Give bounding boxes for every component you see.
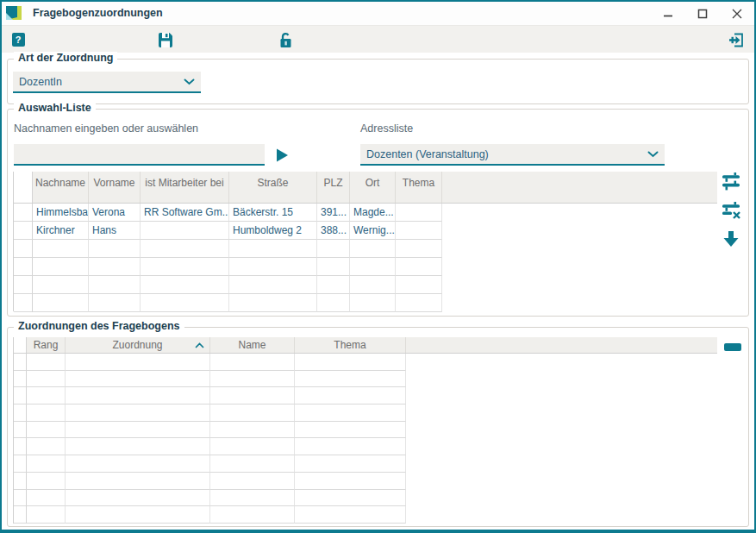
header-filler [442, 172, 717, 203]
cell-strasse[interactable]: Bäckerstr. 15 [229, 204, 317, 222]
app-logo-icon [6, 6, 22, 20]
help-button[interactable]: ? [9, 30, 28, 49]
cell-mitarbeiter[interactable]: RR Software Gm... [141, 204, 229, 222]
table-row-empty[interactable] [14, 422, 717, 439]
cell-ort[interactable]: Wernig... [350, 222, 396, 240]
help-icon: ? [12, 33, 25, 47]
group-caption: Zuordnungen des Fragebogens [14, 320, 184, 332]
sort-ascending-icon [195, 342, 204, 348]
cell-ort[interactable]: Magde... [350, 204, 396, 222]
exit-icon [728, 32, 745, 48]
column-header-mitarbeiter[interactable]: ist Mitarbeiter bei [141, 172, 229, 203]
table-row-empty[interactable] [14, 490, 717, 507]
cell-nachname[interactable]: Himmelsbach [33, 204, 89, 222]
adressliste-select[interactable]: Dozenten (Veranstaltung) [360, 144, 665, 166]
cell-thema[interactable] [396, 204, 442, 222]
title-bar: Fragebogenzuordnungen [2, 2, 754, 25]
column-header-name[interactable]: Name [210, 337, 295, 353]
move-down-button[interactable] [718, 228, 744, 250]
cell-vorname[interactable]: Hans [89, 222, 141, 240]
toolbar: ? [2, 25, 754, 53]
window-title: Fragebogenzuordnungen [33, 7, 163, 19]
cell-mitarbeiter[interactable] [141, 222, 229, 240]
zuordnung-type-value: DozentIn [19, 76, 62, 88]
group-caption: Auswahl-Liste [14, 102, 96, 114]
cell-vorname[interactable]: Verona [89, 204, 141, 222]
table-row-empty[interactable] [14, 354, 717, 371]
maximize-button[interactable] [693, 6, 712, 21]
remove-rows-icon [720, 202, 743, 220]
table-row-empty[interactable] [14, 506, 717, 524]
row-selector-header[interactable] [14, 172, 33, 203]
lock-open-icon [278, 31, 293, 48]
column-header-thema[interactable]: Thema [396, 172, 442, 203]
column-header-plz[interactable]: PLZ [317, 172, 350, 203]
header-filler [406, 337, 717, 353]
group-art-der-zuordnung: Art der Zuordnung DozentIn [7, 59, 749, 104]
selection-table: Nachname Vorname ist Mitarbeiter bei Str… [13, 172, 717, 311]
table-row[interactable]: Himmelsbach Verona RR Software Gm... Bäc… [14, 204, 717, 222]
assignments-table: Rang Zuordnung Name Thema [13, 337, 717, 524]
zuordnung-type-select[interactable]: DozentIn [13, 72, 201, 93]
apply-name-button[interactable] [269, 144, 295, 166]
remove-assignment-button[interactable] [720, 335, 746, 358]
column-header-ort[interactable]: Ort [350, 172, 396, 203]
column-header-nachname[interactable]: Nachname [33, 172, 89, 203]
save-icon [158, 32, 173, 48]
column-header-thema[interactable]: Thema [295, 337, 406, 353]
column-header-vorname[interactable]: Vorname [89, 172, 141, 203]
exit-button[interactable] [727, 30, 746, 49]
row-filler [442, 222, 717, 240]
table-row-empty[interactable] [14, 276, 717, 294]
group-caption: Art der Zuordnung [14, 52, 117, 64]
row-filler [442, 204, 717, 222]
add-rows-button[interactable] [718, 171, 744, 193]
table-row-empty[interactable] [14, 294, 717, 312]
column-header-strasse[interactable]: Straße [229, 172, 317, 203]
column-header-zuordnung[interactable]: Zuordnung [66, 337, 210, 353]
adressliste-value: Dozenten (Veranstaltung) [366, 148, 489, 160]
column-header-rang[interactable]: Rang [27, 337, 66, 353]
row-selector[interactable] [14, 222, 33, 240]
minimize-button[interactable] [659, 6, 678, 21]
table-row-empty[interactable] [14, 473, 717, 490]
table-row-empty[interactable] [14, 404, 717, 422]
group-auswahl-liste: Auswahl-Liste Nachnamen eingeben oder au… [7, 109, 749, 317]
table-row-empty[interactable] [14, 455, 717, 473]
table-row-empty[interactable] [14, 240, 717, 258]
selection-actions [718, 171, 744, 250]
row-selector-header[interactable] [14, 337, 27, 353]
table-row-empty[interactable] [14, 387, 717, 404]
selection-table-header: Nachname Vorname ist Mitarbeiter bei Str… [14, 172, 717, 204]
table-row-empty[interactable] [14, 438, 717, 455]
move-down-icon [722, 229, 740, 248]
table-row-empty[interactable] [14, 371, 717, 388]
name-input-label: Nachnamen eingeben oder auswählen [14, 122, 198, 135]
save-button[interactable] [156, 30, 175, 49]
assignments-table-header: Rang Zuordnung Name Thema [14, 337, 717, 354]
table-row-empty[interactable] [14, 258, 717, 276]
cell-plz[interactable]: 391... [317, 204, 350, 222]
cell-strasse[interactable]: Humboldweg 2 [229, 222, 317, 240]
row-selector[interactable] [14, 204, 33, 222]
cell-thema[interactable] [396, 222, 442, 240]
add-rows-icon [720, 172, 743, 192]
fragebogenzuordnungen-window: Fragebogenzuordnungen ? [0, 0, 756, 533]
chevron-down-icon [647, 151, 659, 158]
table-row[interactable]: Kirchner Hans Humboldweg 2 388... Wernig… [14, 222, 717, 240]
play-icon [276, 148, 289, 162]
unlock-button[interactable] [276, 30, 295, 49]
nachname-input[interactable] [14, 144, 265, 166]
group-zuordnungen: Zuordnungen des Fragebogens Rang Zuordnu… [7, 327, 749, 527]
chevron-down-icon [184, 78, 195, 85]
cell-plz[interactable]: 388... [317, 222, 350, 240]
close-button[interactable] [728, 6, 747, 21]
minus-icon [723, 342, 742, 352]
cell-nachname[interactable]: Kirchner [33, 222, 89, 240]
remove-rows-button[interactable] [718, 199, 744, 222]
adressliste-label: Adressliste [360, 122, 413, 135]
